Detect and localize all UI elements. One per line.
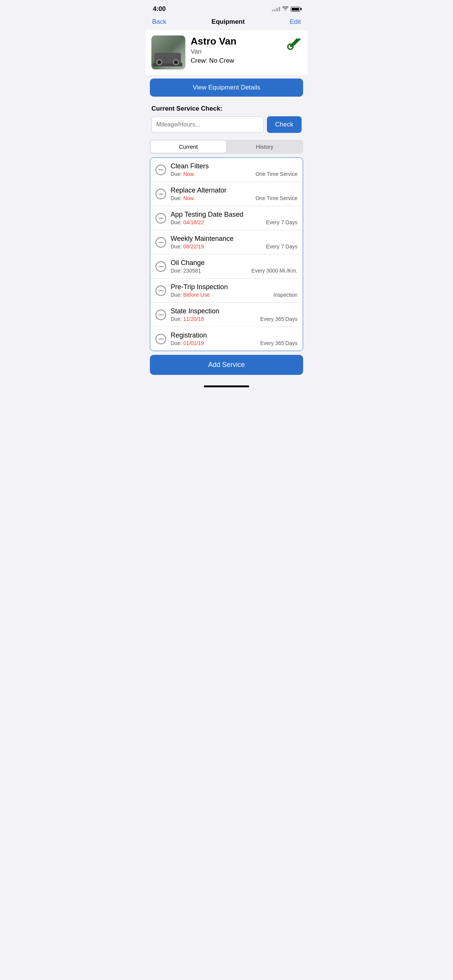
service-list: Clean Filters Due: Now One Time Service …: [150, 158, 303, 351]
service-item[interactable]: Oil Change Due: 230581 Every 3000 Mi./Km…: [150, 255, 303, 278]
service-due-row: Due: 11/20/18 Every 365 Days: [171, 316, 297, 322]
service-due-text: Due: Now: [171, 195, 194, 201]
minus-icon: [156, 213, 166, 223]
service-frequency: Every 3000 Mi./Km.: [251, 268, 297, 274]
minus-icon: [156, 334, 166, 344]
service-frequency: Every 7 Days: [266, 243, 297, 250]
service-name: Clean Filters: [171, 162, 297, 170]
service-name: Replace Alternator: [171, 186, 297, 194]
service-item[interactable]: State Inspection Due: 11/20/18 Every 365…: [150, 303, 303, 327]
service-name: App Testing Date Based: [171, 211, 297, 219]
signal-icon: [272, 7, 280, 11]
service-due-row: Due: 08/22/19 Every 7 Days: [171, 243, 297, 250]
service-content: Clean Filters Due: Now One Time Service: [171, 162, 297, 177]
check-button[interactable]: Check: [267, 116, 302, 133]
minus-icon: [156, 189, 166, 199]
service-due-text: Due: Now: [171, 171, 194, 177]
minus-icon: [156, 310, 166, 320]
view-details-button[interactable]: View Equipment Details: [150, 78, 303, 97]
tab-history[interactable]: History: [227, 140, 302, 153]
service-due-text: Due: 08/22/19: [171, 243, 204, 250]
status-bar: 4:00: [145, 0, 308, 16]
back-button[interactable]: Back: [152, 18, 167, 25]
service-content: Weekly Maintenance Due: 08/22/19 Every 7…: [171, 235, 297, 250]
service-due-text: Due: 230581: [171, 268, 201, 274]
service-frequency: One Time Service: [256, 171, 297, 177]
service-frequency: Every 365 Days: [260, 340, 297, 346]
service-due-row: Due: Now One Time Service: [171, 171, 297, 177]
service-item[interactable]: Weekly Maintenance Due: 08/22/19 Every 7…: [150, 230, 303, 255]
wifi-icon: [282, 6, 288, 12]
service-item[interactable]: Clean Filters Due: Now One Time Service: [150, 158, 303, 182]
home-indicator: [145, 382, 308, 391]
service-due-text: Due: 04/18/22: [171, 220, 204, 225]
service-item[interactable]: Registration Due: 01/01/19 Every 365 Day…: [150, 327, 303, 351]
minus-icon: [156, 165, 166, 175]
service-item[interactable]: App Testing Date Based Due: 04/18/22 Eve…: [150, 206, 303, 230]
minus-icon: [156, 285, 166, 296]
service-content: Replace Alternator Due: Now One Time Ser…: [171, 186, 297, 201]
equipment-crew: Crew: No Crew: [191, 57, 302, 65]
status-time: 4:00: [153, 5, 166, 13]
service-name: Weekly Maintenance: [171, 235, 297, 243]
tab-current[interactable]: Current: [151, 140, 226, 153]
service-content: App Testing Date Based Due: 04/18/22 Eve…: [171, 211, 297, 225]
service-due-row: Due: 230581 Every 3000 Mi./Km.: [171, 268, 297, 274]
service-content: State Inspection Due: 11/20/18 Every 365…: [171, 307, 297, 322]
page-title: Equipment: [211, 18, 245, 25]
wrench-icon: [286, 35, 302, 53]
equipment-header: Astro Van Van Crew: No Crew: [145, 30, 308, 75]
service-due-text: Due: 01/01/19: [171, 340, 204, 346]
equipment-info: Astro Van Van Crew: No Crew: [191, 35, 302, 65]
service-frequency: Inspection: [273, 292, 297, 298]
service-item[interactable]: Pre-Trip Inspection Due: Before Use Insp…: [150, 278, 303, 303]
edit-button[interactable]: Edit: [290, 18, 301, 25]
service-check-section: Current Service Check: Check: [145, 100, 308, 136]
equipment-type: Van: [191, 48, 302, 56]
service-check-label: Current Service Check:: [151, 105, 302, 113]
service-due-row: Due: Before Use Inspection: [171, 292, 297, 298]
nav-bar: Back Equipment Edit: [145, 16, 308, 30]
service-frequency: Every 7 Days: [266, 220, 297, 225]
mileage-input[interactable]: [151, 116, 264, 133]
service-due-text: Due: Before Use: [171, 292, 210, 298]
battery-icon: [291, 7, 300, 12]
service-item[interactable]: Replace Alternator Due: Now One Time Ser…: [150, 182, 303, 206]
service-name: State Inspection: [171, 307, 297, 315]
equipment-image: [151, 35, 185, 70]
home-bar: [204, 385, 249, 387]
minus-icon: [156, 261, 166, 272]
service-due-row: Due: Now One Time Service: [171, 195, 297, 201]
service-due-row: Due: 04/18/22 Every 7 Days: [171, 220, 297, 225]
service-due-text: Due: 11/20/18: [171, 316, 204, 322]
minus-icon: [156, 237, 166, 248]
status-icons: [272, 6, 300, 12]
service-check-row: Check: [151, 116, 302, 133]
service-content: Pre-Trip Inspection Due: Before Use Insp…: [171, 283, 297, 298]
service-frequency: One Time Service: [256, 195, 297, 201]
tabs-container: Current History: [150, 140, 303, 154]
add-service-button[interactable]: Add Service: [150, 355, 303, 375]
service-frequency: Every 365 Days: [260, 316, 297, 322]
service-due-row: Due: 01/01/19 Every 365 Days: [171, 340, 297, 346]
service-name: Pre-Trip Inspection: [171, 283, 297, 291]
service-name: Registration: [171, 331, 297, 339]
equipment-name: Astro Van: [191, 35, 302, 47]
service-content: Registration Due: 01/01/19 Every 365 Day…: [171, 331, 297, 346]
service-content: Oil Change Due: 230581 Every 3000 Mi./Km…: [171, 259, 297, 274]
service-name: Oil Change: [171, 259, 297, 267]
